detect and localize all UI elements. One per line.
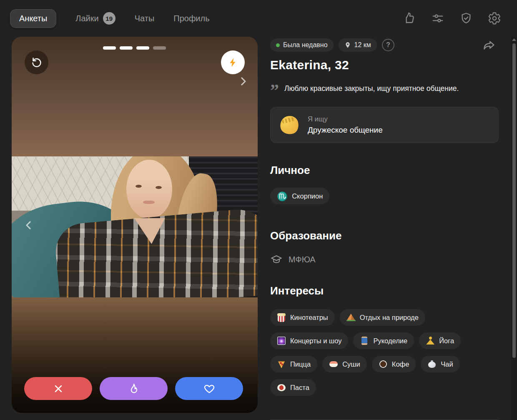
heart-icon — [203, 383, 215, 395]
education-row: МФЮА — [270, 253, 499, 266]
photo-next-chevron[interactable] — [237, 75, 258, 88]
scrollbar-thumb[interactable] — [512, 43, 516, 358]
photo-blur-top — [12, 37, 258, 156]
section-title-education: Образование — [270, 229, 499, 242]
close-x-icon — [53, 383, 64, 395]
photo-progress-dot — [103, 46, 116, 50]
settings-gear-icon[interactable] — [487, 11, 502, 26]
rewind-button[interactable] — [25, 50, 48, 74]
profile-photo-card — [12, 37, 258, 413]
interest-chip-label: Суши — [342, 360, 360, 368]
interests-chip-list: Кинотеатры Отдых на природе Концерты и ш… — [270, 309, 499, 396]
zodiac-label: Скорпион — [292, 192, 323, 200]
photo-progress-bar — [103, 46, 166, 50]
top-nav: Анкеты Лайки 19 Чаты Профиль — [0, 0, 517, 37]
interest-chip[interactable]: Чай — [421, 356, 459, 372]
education-value: МФЮА — [289, 255, 316, 264]
profile-details-panel: Была недавно 12 км ? Ekaterina, 32 ” Люб… — [270, 38, 499, 420]
photo-person-face — [126, 160, 172, 219]
help-question-icon[interactable]: ? — [382, 39, 394, 51]
photo-progress-dot — [153, 46, 166, 50]
bio-quote-text: Люблю красивые закрыты, ищу приятное общ… — [284, 83, 459, 93]
interest-chip[interactable]: Кофе — [372, 356, 416, 372]
interest-chip[interactable]: Пицца — [270, 356, 317, 372]
interest-chip[interactable]: Рукоделие — [353, 332, 414, 349]
tab-likes[interactable]: Лайки 19 — [75, 12, 115, 25]
tab-chats[interactable]: Чаты — [135, 14, 155, 23]
location-pin-icon — [344, 42, 351, 48]
interest-chip[interactable]: Паста — [270, 379, 316, 396]
like-button[interactable] — [175, 377, 243, 400]
interest-chip-label: Пицца — [290, 360, 311, 368]
profile-photo — [12, 156, 258, 297]
scrollbar-track[interactable] — [511, 37, 517, 420]
distance-badge: 12 км — [339, 38, 377, 52]
tab-anketa[interactable]: Анкеты — [10, 9, 56, 28]
interest-emoji-icon — [277, 383, 286, 392]
status-row: Была недавно 12 км ? — [270, 38, 499, 52]
waving-hand-emoji — [278, 114, 300, 136]
scrollbar-up-arrow[interactable] — [512, 38, 516, 41]
zodiac-chip[interactable]: ♏ Скорпион — [270, 188, 329, 204]
interest-emoji-icon — [426, 336, 435, 345]
interest-emoji-icon — [277, 336, 286, 345]
photo-progress-dot — [120, 46, 133, 50]
scorpio-icon: ♏ — [277, 192, 288, 201]
flame-icon — [128, 383, 140, 395]
tab-likes-label: Лайки — [75, 14, 98, 23]
interest-emoji-icon — [329, 360, 338, 369]
share-icon[interactable] — [482, 38, 496, 53]
interest-chip[interactable]: Суши — [322, 356, 367, 372]
tab-profile[interactable]: Профиль — [173, 14, 209, 23]
last-seen-label: Была недавно — [283, 41, 328, 49]
interest-chip[interactable]: Йога — [419, 332, 461, 349]
thumbs-up-icon[interactable] — [402, 11, 417, 26]
interest-emoji-icon — [360, 336, 369, 345]
section-title-personal: Личное — [270, 164, 499, 177]
dislike-button[interactable] — [24, 377, 92, 400]
looking-for-label: Я ищу — [308, 115, 383, 123]
boost-lightning-button[interactable] — [221, 50, 245, 74]
looking-for-card[interactable]: Я ищу Дружеское общение — [270, 107, 499, 143]
interest-chip[interactable]: Кинотеатры — [270, 309, 335, 326]
interest-emoji-icon — [427, 360, 437, 369]
photo-progress-dot — [136, 46, 149, 50]
interest-chip-label: Йога — [439, 337, 454, 345]
looking-for-value: Дружеское общение — [308, 126, 383, 135]
online-status-dot — [276, 43, 280, 47]
quote-icon: ” — [270, 86, 279, 96]
section-title-interests: Интересы — [270, 284, 499, 297]
swipe-actions-bar — [24, 377, 243, 400]
interest-chip[interactable]: Отдых на природе — [340, 309, 425, 326]
bio-quote: ” Люблю красивые закрыты, ищу приятное о… — [270, 83, 499, 96]
interest-emoji-icon — [277, 360, 286, 369]
interest-chip-label: Чай — [441, 360, 453, 368]
interest-emoji-icon — [346, 313, 356, 322]
shield-check-icon[interactable] — [459, 11, 474, 26]
interest-chip[interactable]: Концерты и шоу — [270, 332, 348, 349]
photo-prev-chevron[interactable] — [23, 219, 35, 231]
interest-emoji-icon — [277, 313, 286, 322]
distance-label: 12 км — [354, 41, 371, 49]
interest-chip-label: Концерты и шоу — [290, 337, 341, 345]
profile-name-age: Ekaterina, 32 — [270, 58, 499, 72]
superlike-button[interactable] — [100, 377, 168, 400]
interest-chip-label: Паста — [290, 384, 309, 392]
filters-sliders-icon[interactable] — [430, 11, 445, 26]
interest-emoji-icon — [379, 360, 388, 369]
nav-icon-group — [402, 11, 502, 26]
interest-chip-label: Кинотеатры — [290, 314, 328, 322]
interest-chip-label: Отдых на природе — [360, 314, 419, 322]
interest-chip-label: Кофе — [392, 360, 409, 368]
graduation-cap-icon — [270, 253, 283, 266]
interest-chip-label: Рукоделие — [373, 337, 407, 345]
last-seen-badge: Была недавно — [270, 38, 334, 52]
likes-count-badge: 19 — [103, 12, 115, 25]
